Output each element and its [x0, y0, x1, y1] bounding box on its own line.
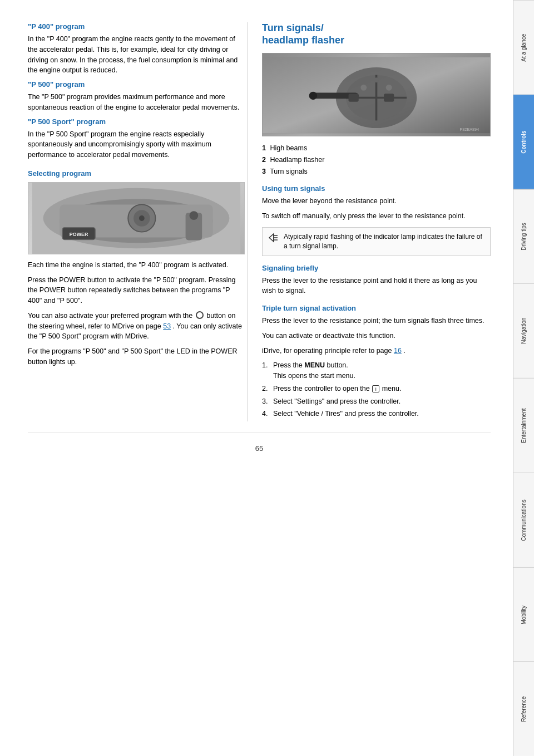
svg-point-10: [190, 211, 199, 220]
svg-point-19: [360, 85, 367, 91]
car-interior-svg: POWER: [28, 183, 244, 254]
sidebar-tab-driving-tips[interactable]: Driving tips: [513, 189, 534, 284]
note-box: Atypically rapid flashing of the indicat…: [262, 227, 491, 256]
step-4: 4. Select "Vehicle / Tires" and press th…: [262, 409, 491, 419]
selecting-para4: For the programs "P 500" and "P 500 Spor…: [28, 346, 245, 367]
using-turn-signals-heading: Using turn signals: [262, 184, 491, 193]
p500-body: The "P 500" program provides maximum per…: [28, 92, 245, 113]
sidebar-tab-mobility[interactable]: Mobility: [513, 567, 534, 662]
triple-signal-heading: Triple turn signal activation: [262, 304, 491, 312]
p400-heading: "P 400" program: [28, 22, 245, 31]
image-watermark: P82BA894: [459, 127, 479, 132]
page-container: "P 400" program In the "P 400" program t…: [0, 0, 534, 756]
right-column: Turn signals/ headlamp flasher: [251, 22, 491, 421]
svg-marker-24: [269, 234, 274, 242]
triple-signal-section: Triple turn signal activation Press the …: [262, 304, 491, 356]
list-item-1: 1 High beams: [262, 143, 491, 154]
p500-section: "P 500" program The "P 500" program prov…: [28, 80, 245, 113]
main-content: "P 400" program In the "P 400" program t…: [0, 0, 513, 756]
step-1: 1. Press the MENU button. This opens the…: [262, 360, 491, 381]
sidebar-tab-entertainment[interactable]: Entertainment: [513, 378, 534, 473]
sidebar: At a glance Controls Driving tips Naviga…: [513, 0, 534, 756]
step4-text: Select "Vehicle / Tires" and press the c…: [273, 409, 419, 419]
signaling-briefly-heading: Signaling briefly: [262, 264, 491, 272]
content-wrapper: "P 400" program In the "P 400" program t…: [28, 22, 491, 421]
step1-sub: This opens the start menu.: [273, 372, 355, 380]
svg-rect-22: [349, 94, 359, 102]
step3-text: Select "Settings" and press the controll…: [273, 396, 400, 407]
svg-text:POWER: POWER: [70, 231, 88, 237]
menu-bold: MENU: [304, 361, 325, 369]
list-item-3: 3 Turn signals: [262, 166, 491, 177]
turn-signals-heading: Turn signals/ headlamp flasher: [262, 22, 491, 46]
page-number: 65: [28, 433, 491, 458]
steering-wheel-icon: [196, 311, 204, 319]
i-menu-icon: i: [372, 385, 379, 392]
using-turn-signals-para1: Move the lever beyond the resistance poi…: [262, 196, 491, 207]
column-divider: [248, 22, 248, 421]
selecting-program-heading: Selecting program: [28, 169, 245, 178]
using-turn-signals-section: Using turn signals Move the lever beyond…: [262, 184, 491, 256]
svg-rect-23: [384, 94, 394, 102]
p500sport-section: "P 500 Sport" program In the "P 500 Spor…: [28, 117, 245, 160]
p400-section: "P 400" program In the "P 400" program t…: [28, 22, 245, 76]
using-turn-signals-para2: To switch off manually, only press the l…: [262, 211, 491, 222]
note-text: Atypically rapid flashing of the indicat…: [284, 232, 484, 251]
selecting-para1: Each time the engine is started, the "P …: [28, 260, 245, 271]
svg-point-20: [386, 85, 392, 91]
signaling-briefly-section: Signaling briefly Press the lever to the…: [262, 264, 491, 297]
selecting-para2: Press the POWER button to activate the "…: [28, 275, 245, 306]
left-column: "P 400" program In the "P 400" program t…: [28, 22, 245, 421]
p500sport-heading: "P 500 Sport" program: [28, 117, 245, 126]
svg-point-6: [139, 215, 145, 221]
sidebar-tab-controls[interactable]: Controls: [513, 95, 534, 189]
sidebar-tab-navigation[interactable]: Navigation: [513, 283, 534, 378]
svg-point-21: [374, 77, 379, 82]
signaling-briefly-body: Press the lever to the resistance point …: [262, 276, 491, 297]
step-2: 2. Press the controller to open the i me…: [262, 384, 491, 394]
step-3: 3. Select "Settings" and press the contr…: [262, 396, 491, 407]
triple-signal-para1: Press the lever to the resistance point;…: [262, 316, 491, 326]
p500sport-body: In the "P 500 Sport" program the engine …: [28, 129, 245, 160]
headlamp-svg: P82BA894: [263, 53, 490, 136]
idrive-page-link[interactable]: 16: [394, 347, 402, 355]
svg-point-18: [309, 92, 318, 100]
sidebar-tab-communications[interactable]: Communications: [513, 473, 534, 567]
mdrive-page-link[interactable]: 53: [163, 322, 171, 330]
sidebar-tab-at-a-glance[interactable]: At a glance: [513, 0, 534, 95]
headlamp-image: P82BA894: [262, 53, 491, 136]
selecting-para3: You can also activate your preferred pro…: [28, 311, 245, 342]
list-item-2: 2 Headlamp flasher: [262, 155, 491, 165]
triple-signal-para2: You can activate or deactivate this func…: [262, 331, 491, 341]
car-interior-image: POWER: [28, 182, 245, 254]
steps-list: 1. Press the MENU button. This opens the…: [262, 360, 491, 419]
triple-signal-para3: iDrive, for operating principle refer to…: [262, 346, 491, 356]
numbered-list: 1 High beams 2 Headlamp flasher 3 Turn s…: [262, 143, 491, 176]
p400-body: In the "P 400" program the engine reacts…: [28, 34, 245, 76]
sidebar-tab-reference[interactable]: Reference: [513, 661, 534, 756]
indicator-icon: [268, 233, 279, 243]
selecting-program-section: Selecting program: [28, 169, 245, 367]
p500-heading: "P 500" program: [28, 80, 245, 89]
car-image-bg: POWER: [28, 183, 244, 254]
